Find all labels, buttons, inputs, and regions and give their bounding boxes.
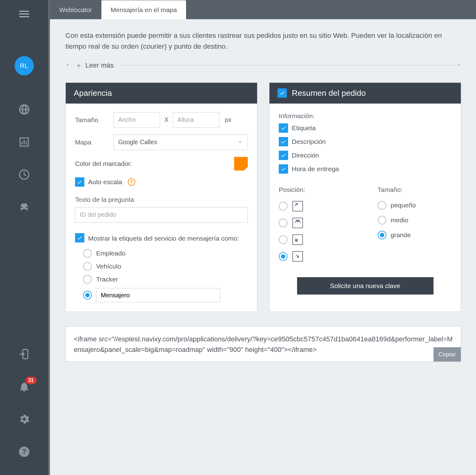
chart-icon[interactable]: [18, 136, 30, 150]
car-icon[interactable]: [18, 201, 30, 215]
summary-enable-checkbox[interactable]: [278, 88, 287, 98]
show-label-checkbox[interactable]: [75, 233, 84, 242]
size-separator: X: [164, 116, 168, 123]
size-unit: px: [225, 116, 231, 123]
tab-bar: Weblocator Mensajería en el mapa: [48, 0, 476, 19]
help-hint-icon[interactable]: ?: [128, 178, 135, 186]
radio-vehicle-label: Vehículo: [96, 263, 121, 270]
plus-icon: ＋: [75, 61, 82, 70]
radio-tracker-label: Tracker: [96, 276, 118, 283]
chk-etiqueta-label: Etiqueta: [292, 124, 316, 132]
radio-size-medium-label: medio: [391, 216, 408, 224]
radio-size-small[interactable]: pequeño: [378, 201, 452, 210]
radio-employee-label: Empleado: [96, 250, 126, 257]
radio-tracker[interactable]: Tracker: [83, 275, 248, 284]
chk-hora[interactable]: [279, 164, 288, 174]
request-key-button[interactable]: Solicite una nueva clave: [297, 277, 434, 295]
radio-custom[interactable]: [83, 288, 248, 302]
radio-employee[interactable]: Empleado: [83, 249, 248, 258]
radio-pos-br[interactable]: [279, 251, 353, 262]
check-icon: [77, 235, 83, 241]
corner-tr-icon: [292, 218, 303, 228]
height-input[interactable]: [173, 112, 219, 128]
chk-descripcion-label: Descripción: [292, 138, 326, 145]
chk-hora-label: Hora de entrega: [292, 165, 339, 173]
panel-appearance: Apariencia Tamaño X px Mapa: [65, 82, 257, 312]
radio-size-small-label: pequeño: [391, 202, 416, 209]
question-text-label: Texto de la pregunta: [75, 196, 248, 203]
map-select-value: Google Calles: [118, 139, 157, 146]
map-label: Mapa: [75, 139, 110, 146]
svg-text:?: ?: [22, 448, 26, 456]
sidebar: RL 31 ?: [0, 0, 48, 475]
appearance-title: Apariencia: [74, 88, 112, 98]
help-icon[interactable]: ?: [18, 446, 30, 459]
marker-color-label: Color del marcador:: [75, 160, 132, 167]
panel-summary-header: Resumen del pedido: [269, 83, 461, 104]
chk-descripcion[interactable]: [279, 137, 288, 146]
read-more-toggle[interactable]: • ＋ Leer más •: [65, 61, 461, 70]
chk-etiqueta[interactable]: [279, 123, 288, 133]
clock-icon[interactable]: [18, 168, 30, 182]
size-label: Tamaño:: [378, 186, 452, 193]
question-text-input[interactable]: [75, 207, 248, 223]
auto-scale-checkbox[interactable]: [75, 177, 84, 187]
globe-icon[interactable]: [18, 103, 30, 117]
check-icon: [279, 90, 285, 96]
iframe-code-box: <iframe src="//esptest.navixy.com/pro/ap…: [65, 326, 461, 362]
panel-appearance-header: Apariencia: [66, 83, 257, 104]
show-label-text: Mostrar la etiqueta del servicio de mens…: [88, 233, 239, 244]
radio-vehicle[interactable]: Vehículo: [83, 262, 248, 271]
check-icon: [280, 166, 287, 172]
radio-size-large-label: grande: [391, 231, 411, 239]
corner-bl-icon: [292, 234, 303, 245]
intro-text: Con esta extensión puede permitir a sus …: [65, 30, 461, 52]
tab-messaging[interactable]: Mensajería en el mapa: [101, 0, 186, 19]
device-icon[interactable]: [18, 348, 30, 362]
radio-pos-bl[interactable]: [279, 234, 353, 245]
iframe-code-text[interactable]: <iframe src="//esptest.navixy.com/pro/ap…: [74, 335, 453, 353]
panel-summary: Resumen del pedido Información: Etiqueta…: [269, 82, 461, 312]
avatar[interactable]: RL: [15, 56, 34, 75]
position-label: Posición:: [279, 186, 353, 193]
check-icon: [280, 152, 287, 158]
radio-size-medium[interactable]: medio: [378, 216, 452, 224]
gear-icon[interactable]: [18, 413, 30, 427]
chevron-down-icon: [237, 139, 243, 145]
main: Weblocator Mensajería en el mapa Con est…: [48, 0, 476, 475]
read-more-label: Leer más: [85, 61, 114, 69]
radio-size-large[interactable]: grande: [378, 231, 452, 239]
auto-scale-label: Auto escala: [88, 178, 122, 186]
radio-pos-tl[interactable]: [279, 201, 353, 211]
info-label: Información:: [279, 112, 452, 120]
copy-button[interactable]: Copiar: [434, 347, 461, 361]
chk-direccion-label: Dirección: [292, 152, 319, 159]
check-icon: [280, 125, 287, 131]
tab-weblocator[interactable]: Weblocator: [50, 0, 101, 19]
marker-color-swatch[interactable]: [234, 157, 248, 171]
summary-title: Resumen del pedido: [292, 88, 366, 98]
size-label: Tamaño: [75, 116, 110, 124]
width-input[interactable]: [113, 112, 160, 128]
check-icon: [77, 179, 83, 185]
notification-badge: 31: [25, 377, 37, 384]
notifications-icon[interactable]: 31: [18, 380, 30, 394]
radio-custom-input[interactable]: [96, 288, 220, 302]
check-icon: [280, 139, 287, 145]
corner-br-icon: [292, 251, 303, 262]
radio-pos-tr[interactable]: [279, 218, 353, 228]
chk-direccion[interactable]: [279, 151, 288, 160]
corner-tl-icon: [292, 201, 303, 211]
menu-icon[interactable]: [18, 7, 31, 22]
map-select[interactable]: Google Calles: [113, 135, 248, 150]
